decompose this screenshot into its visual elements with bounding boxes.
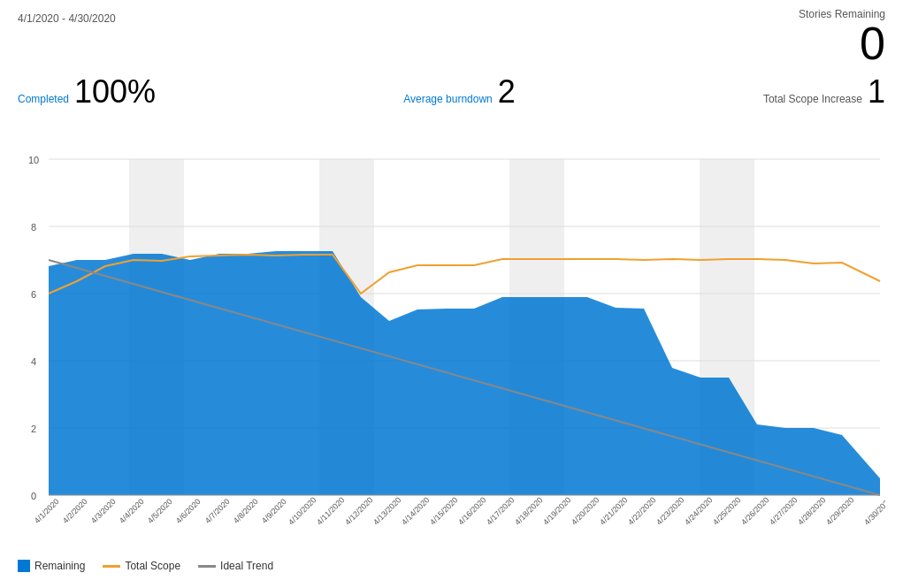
svg-text:4/20/2020: 4/20/2020 [570, 495, 601, 526]
svg-text:4/14/2020: 4/14/2020 [400, 495, 431, 526]
svg-text:4/26/2020: 4/26/2020 [739, 495, 770, 526]
svg-text:10: 10 [28, 155, 39, 165]
svg-text:4/6/2020: 4/6/2020 [174, 497, 203, 525]
avg-burndown-label: Average burndown [403, 93, 493, 105]
svg-text:4/2/2020: 4/2/2020 [61, 497, 89, 525]
svg-text:4/19/2020: 4/19/2020 [541, 495, 572, 526]
legend-total-scope: Total Scope [103, 560, 180, 572]
date-range: 4/1/2020 - 4/30/2020 [18, 9, 116, 25]
total-scope-metric: Total Scope Increase 1 [763, 73, 885, 111]
svg-text:4/29/2020: 4/29/2020 [824, 495, 855, 526]
svg-text:4/1/2020: 4/1/2020 [33, 497, 61, 525]
svg-text:4/25/2020: 4/25/2020 [711, 495, 742, 526]
header: 4/1/2020 - 4/30/2020 Stories Remaining 0 [0, 0, 903, 66]
svg-text:4/17/2020: 4/17/2020 [485, 495, 516, 526]
svg-text:4/7/2020: 4/7/2020 [203, 497, 232, 525]
svg-text:4/27/2020: 4/27/2020 [768, 495, 799, 526]
svg-text:4/5/2020: 4/5/2020 [146, 497, 174, 525]
total-scope-icon [103, 565, 120, 568]
stories-remaining-value: 0 [799, 20, 885, 66]
svg-text:4/22/2020: 4/22/2020 [626, 495, 657, 526]
svg-text:4/9/2020: 4/9/2020 [260, 497, 288, 525]
chart-area: 0 2 4 6 8 10 [18, 119, 885, 526]
svg-text:4/23/2020: 4/23/2020 [654, 495, 685, 526]
svg-text:4/13/2020: 4/13/2020 [371, 495, 402, 526]
remaining-icon [18, 560, 30, 572]
svg-text:2: 2 [31, 424, 36, 434]
completed-label: Completed [18, 93, 69, 105]
legend-ideal-trend: Ideal Trend [198, 560, 273, 572]
completed-value: 100% [74, 73, 156, 111]
svg-text:4/4/2020: 4/4/2020 [118, 497, 146, 525]
completed-metric: Completed 100% [18, 73, 156, 111]
total-scope-legend-label: Total Scope [125, 560, 180, 572]
total-scope-value: 1 [868, 73, 885, 111]
chart-container: 0 2 4 6 8 10 [18, 119, 885, 553]
svg-text:4/12/2020: 4/12/2020 [343, 495, 374, 526]
svg-text:4/30/2020: 4/30/2020 [862, 495, 885, 526]
avg-burndown-metric: Average burndown 2 [403, 73, 516, 111]
svg-text:6: 6 [31, 289, 36, 300]
svg-text:4: 4 [31, 356, 36, 367]
remaining-area [49, 251, 880, 495]
svg-text:4/16/2020: 4/16/2020 [456, 495, 487, 526]
ideal-trend-icon [198, 565, 216, 568]
svg-text:4/8/2020: 4/8/2020 [232, 497, 260, 525]
avg-burndown-value: 2 [498, 73, 516, 111]
svg-text:0: 0 [31, 491, 36, 501]
svg-text:8: 8 [31, 222, 36, 233]
svg-text:4/18/2020: 4/18/2020 [513, 495, 544, 526]
svg-text:4/21/2020: 4/21/2020 [598, 495, 629, 526]
metrics-row: Completed 100% Average burndown 2 Total … [0, 66, 903, 111]
legend-remaining: Remaining [18, 560, 85, 572]
svg-text:4/28/2020: 4/28/2020 [796, 495, 827, 526]
svg-text:4/15/2020: 4/15/2020 [428, 495, 459, 526]
chart-svg: 0 2 4 6 8 10 [18, 119, 885, 526]
total-scope-label: Total Scope Increase [763, 93, 862, 105]
svg-text:4/3/2020: 4/3/2020 [89, 497, 118, 525]
legend: Remaining Total Scope Ideal Trend [0, 553, 903, 579]
ideal-trend-label: Ideal Trend [220, 560, 273, 572]
stories-remaining: Stories Remaining 0 [799, 9, 885, 66]
svg-text:4/11/2020: 4/11/2020 [315, 495, 346, 526]
svg-text:4/24/2020: 4/24/2020 [683, 495, 714, 526]
svg-text:4/10/2020: 4/10/2020 [287, 495, 318, 526]
remaining-label: Remaining [34, 560, 85, 572]
